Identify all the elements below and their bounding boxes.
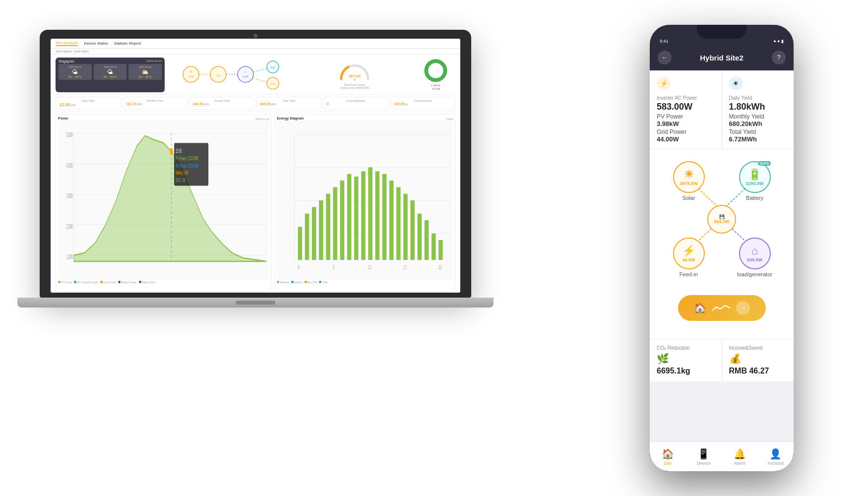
- co2-icon: 🌿: [657, 353, 715, 365]
- battery-node: 🔋 3290.0W 19.0% Battery: [724, 161, 786, 201]
- svg-rect-61: [425, 220, 429, 260]
- monthly-yield-value: 163.70: [126, 102, 136, 106]
- status-info: 1 Active 0 Fault: [431, 84, 440, 91]
- svg-rect-54: [375, 171, 380, 260]
- yield-daily: Daily Yield 12.50 kWh: [56, 97, 121, 110]
- battery-icon: 🔋: [748, 168, 761, 181]
- nav-device[interactable]: 📱 Device: [686, 448, 722, 466]
- nav-account-label: Account: [767, 461, 784, 466]
- svg-rect-56: [389, 181, 394, 260]
- svg-rect-49: [340, 181, 345, 260]
- phone-body: 9:41 ● ● ▮ ← Hybrid Site2 ?: [650, 25, 794, 471]
- svg-text:3,000: 3,000: [66, 192, 72, 199]
- pv-power-value: 3.98kW: [657, 120, 715, 127]
- nav-site[interactable]: 🏠 Site: [650, 448, 686, 466]
- laptop-body: Site Analysis Device Matrix Statistic Re…: [40, 30, 471, 298]
- gauge-value: 367.00: [349, 74, 361, 78]
- cta-arrow[interactable]: →: [736, 301, 750, 315]
- svg-line-14: [253, 68, 267, 72]
- svg-text:1,000: 1,000: [66, 253, 72, 260]
- svg-line-15: [253, 78, 267, 82]
- feedin-label: Feed-in: [680, 271, 698, 277]
- svg-rect-58: [404, 194, 408, 260]
- svg-rect-44: [305, 214, 310, 260]
- co2-card: CO₂ Reduction 🌿 6695.1kg: [650, 339, 722, 381]
- power-chart-legend: PV Power AC Power(On-grid) Load Power Ba…: [58, 281, 269, 284]
- load-label: load/generator: [737, 271, 772, 277]
- svg-rect-52: [362, 171, 366, 260]
- battery-value: 3290.0W: [745, 181, 763, 186]
- svg-rect-46: [319, 200, 324, 260]
- load-icon: ⌂: [751, 245, 758, 257]
- phone-screen: 9:41 ● ● ▮ ← Hybrid Site2 ?: [650, 25, 794, 471]
- inverter-icon: ⚡: [657, 76, 671, 90]
- inverter-icon-flow: 💾: [719, 214, 725, 219]
- daily-yield-value: 1.80kWh: [729, 102, 787, 112]
- grid-power-sub-label: Grid Power: [657, 128, 715, 135]
- svg-rect-51: [354, 177, 359, 260]
- weather-row-2: 2023-04-14 🌤 26 ~ 33°C: [94, 64, 127, 80]
- nav-account-icon: 👤: [769, 448, 782, 460]
- svg-rect-62: [432, 234, 436, 260]
- yield-icon: ☀: [729, 76, 743, 90]
- cta-button[interactable]: 🏠 →: [678, 295, 766, 321]
- daily-yield-card: ☀ Daily Yield 1.80kWh Monthly Yield 680.…: [722, 70, 794, 149]
- feedin-value: 44.0W: [682, 257, 695, 262]
- svg-text:⌂: ⌂: [245, 70, 247, 73]
- svg-point-17: [426, 61, 445, 80]
- svg-rect-48: [333, 187, 338, 260]
- svg-rect-47: [326, 194, 331, 260]
- nav-alarm[interactable]: 🔔 Alarm: [722, 448, 758, 466]
- help-button[interactable]: ?: [772, 51, 786, 64]
- yield-co2: CO₂ Reduction 439.58 kg: [390, 97, 455, 110]
- svg-text:17: 17: [404, 264, 407, 270]
- load-value: 539.0W: [747, 257, 762, 262]
- status-icons: ● ● ▮: [773, 39, 784, 44]
- inverter-node: 💾 583.0W: [707, 205, 736, 234]
- income-value: 0: [327, 102, 329, 106]
- phone-content: ⚡ Inverter AC Power 583.00W PV Power 3.9…: [650, 70, 794, 441]
- weather-row-1: 2023-04-13 🌤 25 ~ 34°C: [59, 64, 92, 80]
- solar-label: Solar: [682, 195, 695, 201]
- pv-power-sub-label: PV Power: [657, 113, 715, 120]
- income-card: Income&Saved 💰 RMB 46.27: [722, 339, 794, 381]
- inverter-value: 583.0W: [714, 219, 729, 224]
- cta-chart-icon: [711, 303, 731, 313]
- nav-site-icon: 🏠: [662, 448, 674, 460]
- power-chart: Power 2023-4-13: [56, 114, 271, 293]
- power-chart-area: 5,000 4,000 3,000 2,000 1,000: [58, 121, 269, 280]
- weather-card: Singapore 2023-04-14 2023-04-13 🌤 25 ~ 3…: [56, 58, 165, 92]
- yield-total: Total Yield 440.90 kWh: [256, 97, 321, 110]
- nav-item-statistic-report[interactable]: Statistic Report: [114, 41, 141, 46]
- stats-row-1: ⚡ Inverter AC Power 583.00W PV Power 3.9…: [650, 70, 794, 149]
- svg-text:5,000: 5,000: [66, 131, 72, 138]
- load-node: ⌂ 539.0W load/generator: [724, 238, 786, 277]
- daily-yield-value: 12.50: [59, 102, 70, 107]
- nav-device-label: Device: [697, 461, 711, 466]
- total-yield-label: Total Yield: [729, 128, 787, 135]
- svg-text:2,000: 2,000: [66, 223, 72, 230]
- nav-item-device-matrix[interactable]: Device Matrix: [84, 41, 108, 46]
- nav-account[interactable]: 👤 Account: [758, 448, 794, 466]
- monthly-yield-value: 680.20kWh: [729, 120, 787, 127]
- yield-section: Daily Yield 12.50 kWh Monthly Yield 163.…: [51, 94, 460, 112]
- income-label: Income&Saved: [729, 345, 787, 351]
- annual-yield-value: 440.90: [193, 102, 203, 106]
- laptop-base: [17, 298, 494, 308]
- svg-text:AC Power: 2724.00W: AC Power: 2724.00W: [176, 162, 198, 169]
- battery-pct: 19.0%: [758, 161, 771, 166]
- energy-chart-area: 0 5 11 17 22: [277, 121, 453, 280]
- inverter-ac-card: ⚡ Inverter AC Power 583.00W PV Power 3.9…: [650, 70, 722, 149]
- svg-point-0: [183, 66, 199, 82]
- back-button[interactable]: ←: [658, 51, 672, 64]
- nav-item-site-analysis[interactable]: Site Analysis: [56, 41, 78, 46]
- laptop-screen: Site Analysis Device Matrix Statistic Re…: [51, 39, 460, 293]
- total-yield-value: 6.72MWh: [729, 135, 787, 143]
- svg-text:11: 11: [369, 264, 372, 270]
- svg-text:13:30: 13:30: [176, 148, 182, 154]
- grid-power-value: 44.00W: [657, 135, 715, 143]
- laptop: Site Analysis Device Matrix Statistic Re…: [40, 30, 471, 327]
- income-value: RMB 46.27: [729, 367, 787, 375]
- nav-alarm-label: Alarm: [734, 461, 745, 466]
- solar-icon: ☀: [684, 168, 694, 181]
